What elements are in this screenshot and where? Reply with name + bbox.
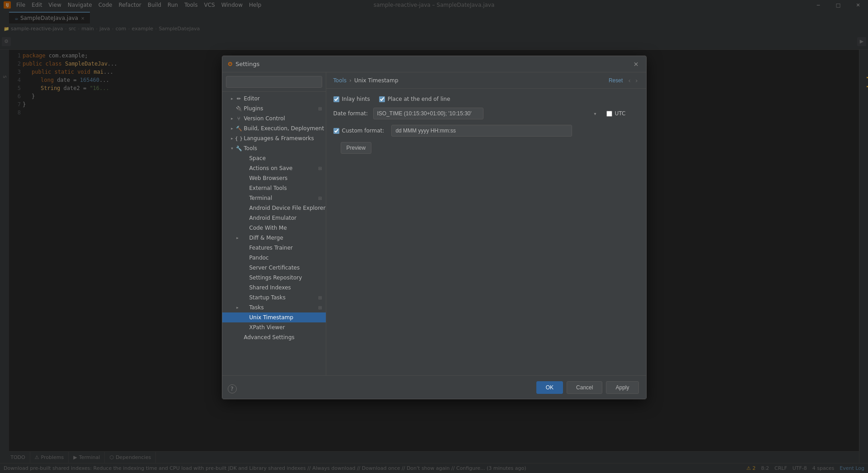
terminal-expand-icon: ⊞ — [318, 196, 322, 201]
android-emu-icon — [241, 215, 248, 221]
tree-item-settings-repo[interactable]: Settings Repository — [222, 273, 326, 283]
tree-item-xpath-viewer[interactable]: XPath Viewer — [222, 322, 326, 332]
date-format-dropdown-wrapper: ISO_TIME (10:15:30+01:00); '10:15:30' — [373, 108, 599, 119]
dialog-title: Settings — [235, 61, 259, 67]
lang-icon: { } — [236, 135, 242, 142]
tree-item-editor[interactable]: ✏ Editor — [222, 94, 326, 104]
nav-prev-button[interactable]: ‹ — [627, 77, 632, 84]
tree-item-unix-timestamp[interactable]: Unix Timestamp — [222, 312, 326, 322]
place-end-checkbox[interactable] — [379, 96, 385, 102]
inlay-hints-checkbox-label[interactable]: Inlay hints — [333, 96, 370, 102]
ok-button[interactable]: OK — [536, 381, 563, 394]
custom-format-checkbox[interactable] — [333, 128, 339, 134]
tree-item-version-control[interactable]: ⑂ Version Control — [222, 114, 326, 123]
tree-item-startup-tasks[interactable]: Startup Tasks ⊞ — [222, 293, 326, 303]
actions-icon — [241, 165, 248, 171]
tree-item-space[interactable]: Space — [222, 153, 326, 163]
content-breadcrumb-sep: › — [349, 77, 352, 84]
settings-repo-icon — [241, 274, 248, 281]
dialog-footer: OK Cancel Apply — [222, 375, 646, 399]
custom-format-row: Custom format: — [333, 125, 639, 137]
xpath-icon — [241, 324, 248, 331]
content-breadcrumb-parent[interactable]: Tools — [333, 77, 347, 84]
build-icon: 🔨 — [236, 125, 242, 132]
web-icon — [241, 175, 248, 181]
advanced-icon — [236, 334, 242, 341]
diff-icon — [241, 235, 248, 241]
tasks-expand-icon: ⊞ — [318, 305, 322, 310]
date-format-select[interactable]: ISO_TIME (10:15:30+01:00); '10:15:30' — [373, 108, 483, 119]
tree-item-web-browsers[interactable]: Web Browsers — [222, 173, 326, 183]
tree-item-pandoc[interactable]: Pandoc — [222, 253, 326, 263]
tree-arrow-diff — [235, 235, 240, 241]
utc-checkbox[interactable] — [606, 111, 612, 117]
tree-arrow-tools — [230, 146, 235, 151]
tree-item-plugins[interactable]: 🔌 Plugins ⊞ — [222, 104, 326, 114]
tree-item-languages[interactable]: { } Languages & Frameworks — [222, 133, 326, 143]
settings-content-body: Inlay hints Place at the end of line Dat… — [326, 89, 646, 375]
plugins-expand-icon: ⊞ — [318, 106, 322, 111]
dialog-logo: ⚙ — [228, 61, 233, 67]
tree-item-code-with-me[interactable]: Code With Me — [222, 223, 326, 233]
tree-arrow-vc — [230, 116, 235, 121]
preview-button[interactable]: Preview — [341, 142, 372, 154]
space-icon — [241, 155, 248, 161]
tree-item-build[interactable]: 🔨 Build, Execution, Deployment — [222, 123, 326, 133]
actions-expand-icon: ⊞ — [318, 166, 322, 171]
nav-next-button[interactable]: › — [634, 77, 639, 84]
dialog-overlay: ⚙ Settings ✕ ✏ Editor — [0, 0, 868, 473]
tree-item-actions-save[interactable]: Actions on Save ⊞ — [222, 163, 326, 173]
certs-icon — [241, 265, 248, 271]
tree-item-advanced[interactable]: Advanced Settings — [222, 332, 326, 342]
tools-icon: 🔧 — [236, 145, 242, 151]
tree-item-terminal[interactable]: Terminal ⊞ — [222, 193, 326, 203]
features-icon — [241, 245, 248, 251]
apply-button[interactable]: Apply — [606, 381, 638, 394]
settings-search-input[interactable] — [226, 76, 322, 88]
date-format-row: Date format: ISO_TIME (10:15:30+01:00); … — [333, 108, 639, 119]
ext-icon — [241, 185, 248, 191]
content-breadcrumb-current: Unix Timestamp — [354, 77, 399, 84]
custom-format-checkbox-label[interactable]: Custom format: — [333, 128, 385, 134]
date-format-label: Date format: — [333, 110, 370, 117]
reset-button[interactable]: Reset — [607, 76, 624, 85]
tree-item-android-device[interactable]: Android Device File Explorer — [222, 203, 326, 213]
dialog-close-button[interactable]: ✕ — [632, 60, 641, 69]
place-end-checkbox-label[interactable]: Place at the end of line — [379, 96, 450, 102]
settings-dialog: ⚙ Settings ✕ ✏ Editor — [222, 56, 647, 399]
tree-arrow-editor — [230, 96, 235, 101]
tree-item-android-emulator[interactable]: Android Emulator — [222, 213, 326, 223]
tree-item-server-certs[interactable]: Server Certificates — [222, 263, 326, 273]
tree-item-diff-merge[interactable]: Diff & Merge — [222, 233, 326, 243]
settings-tree: ✏ Editor 🔌 Plugins ⊞ ⑂ Version Co — [222, 92, 326, 375]
custom-format-input[interactable] — [391, 125, 572, 137]
cwm-icon — [241, 225, 248, 231]
tree-item-features-trainer[interactable]: Features Trainer — [222, 243, 326, 253]
settings-content: Tools › Unix Timestamp Reset ‹ › Inlay h… — [326, 72, 646, 375]
vc-icon: ⑂ — [236, 115, 242, 122]
tree-arrow-tasks — [235, 305, 240, 310]
editor-icon: ✏ — [236, 95, 242, 102]
unix-icon — [241, 314, 248, 321]
pandoc-icon — [241, 255, 248, 261]
settings-content-header: Tools › Unix Timestamp Reset ‹ › — [326, 72, 646, 89]
dialog-title-bar: ⚙ Settings ✕ — [222, 56, 646, 72]
terminal-tree-icon — [241, 195, 248, 201]
tree-arrow-lang — [230, 136, 235, 141]
tasks-icon — [241, 304, 248, 311]
cancel-button[interactable]: Cancel — [567, 381, 602, 394]
tree-item-tools[interactable]: 🔧 Tools — [222, 143, 326, 153]
android-device-icon — [241, 205, 248, 211]
inlay-hints-checkbox[interactable] — [333, 96, 339, 102]
inlay-hints-row: Inlay hints Place at the end of line — [333, 96, 639, 102]
shared-icon — [241, 284, 248, 291]
plugins-icon: 🔌 — [236, 105, 242, 112]
tree-item-shared-indexes[interactable]: Shared Indexes — [222, 283, 326, 293]
tree-arrow-build — [230, 126, 235, 131]
dialog-body: ✏ Editor 🔌 Plugins ⊞ ⑂ Version Co — [222, 72, 646, 375]
tree-item-external-tools[interactable]: External Tools — [222, 183, 326, 193]
utc-checkbox-label[interactable]: UTC — [606, 110, 626, 117]
settings-search-area — [222, 72, 326, 92]
tree-item-tasks[interactable]: Tasks ⊞ — [222, 303, 326, 312]
preview-row: Preview — [341, 142, 639, 154]
